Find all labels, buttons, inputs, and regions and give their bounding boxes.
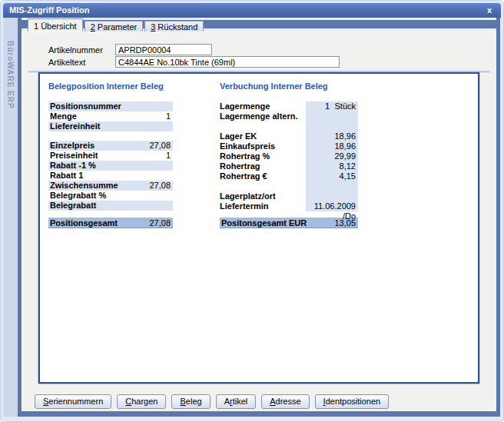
row-value [171,191,173,201]
artikelnummer-label: Artikelnummer [48,45,115,55]
artikeltext-input[interactable] [115,56,340,68]
row-label: Einkaufspreis [220,141,306,151]
row-label: Positionsnummer [48,101,171,111]
brand-vertical-label: BüroWARE ERP [6,41,15,417]
tab-uebersicht[interactable]: 1 Übersicht [28,18,83,32]
table-row: Rohertrag % 29,99 [220,151,358,161]
row-value-block [306,121,358,131]
table-row: Zwischensumme 27,08 [48,181,173,191]
table-row: Menge 1 [48,111,173,121]
chargen-button[interactable]: Chargen [117,394,166,409]
row-label: Lagermenge [220,101,306,111]
total-label: Positionsgesamt [48,218,149,228]
row-value: 1 [166,111,173,121]
unit-label: Stück [332,101,358,111]
table-row: Lagermenge altern. [220,111,358,121]
section-title-verbuchung: Verbuchung Interner Beleg [220,81,358,101]
row-value [171,171,173,181]
total-value: 27,08 [149,218,173,228]
row-label: Menge [48,111,166,121]
row-value [306,181,358,191]
tab-parameter[interactable]: 2 Parameter [85,21,144,32]
row-label: Lagerplatz/ort [220,191,306,201]
row-value: 27,08 [149,181,173,191]
row-value: 11.06.2009 /Do [306,201,358,211]
verbuchung-rows: Lagermenge 1 Stück Lagermenge altern. [220,101,358,211]
row-label: Einzelpreis [48,141,149,151]
artikeltext-label: Artikeltext [48,58,115,67]
table-row: Preiseinheit 1 [48,151,173,161]
row-label: Liefereinheit [48,121,171,131]
row-value-block [306,181,358,191]
row-value-block: 11.06.2009 /Do [306,201,358,211]
table-row: Lagermenge 1 Stück [220,101,358,111]
row-gap [48,131,173,141]
row-value: 27,08 [149,141,173,151]
verbuchung-column: Verbuchung Interner Beleg Lagermenge 1 S… [220,81,358,228]
row-value: 18,96 [306,131,358,141]
identpositionen-button[interactable]: Identpositionen [315,394,390,409]
row-value [171,201,173,211]
seriennummern-button[interactable]: Seriennummern [35,394,111,409]
row-label: Rohertrag % [220,151,306,161]
title-bar: MIS-Zugriff Position x [3,3,501,18]
artikelnummer-input[interactable] [115,44,212,55]
artikel-button[interactable]: Artikel [216,394,257,409]
table-row: Belegrabatt [48,201,173,211]
table-row: Rabatt 1 [48,171,173,181]
article-form: Artikelnummer Artikeltext [22,32,496,68]
section-title-belegposition: Belegposition Interner Beleg [48,81,173,101]
tab-bar: 1 Übersicht 2 Parameter 3 Rückstand [22,18,496,32]
row-value: 29,99 [306,151,358,161]
row-value: 1 [306,101,332,111]
row-value [306,121,358,131]
row-label: Lagermenge altern. [220,111,306,121]
row-value [171,101,173,111]
table-row: Rabatt -1 % [48,161,173,171]
table-row: Lagerplatz/ort [220,191,358,201]
row-value [171,161,173,171]
table-row: Rohertrag 8,12 [220,161,358,171]
row-value: 1 [166,151,173,161]
table-row: Liefertermin 11.06.2009 /Do [220,201,358,211]
beleg-button[interactable]: Beleg [171,394,210,409]
row-value-block [306,111,358,121]
row-label: Preiseinheit [48,151,166,161]
row-value [306,111,358,121]
tab-rueckstand[interactable]: 3 Rückstand [144,21,204,32]
row-label: Belegrabatt % [48,191,171,201]
row-gap [220,211,358,218]
frame-edge-bottom [18,411,500,417]
table-row: Einzelpreis 27,08 [48,141,173,151]
table-row: Positionsnummer [48,101,173,111]
belegposition-rows-a: Positionsnummer Menge 1 Liefereinheit [48,101,173,131]
row-label: Rabatt 1 [48,171,171,181]
dialog-window: MIS-Zugriff Position x BüroWARE ERP 1 Üb… [0,0,504,422]
table-row [220,121,358,131]
row-value-block: 18,96 [306,141,358,151]
row-label [220,181,306,191]
row-label: Belegrabatt [48,201,171,211]
row-label: Rohertrag € [220,171,306,181]
row-value-block: 29,99 [306,151,358,161]
row-label: Lager EK [220,131,306,141]
table-row: Liefereinheit [48,121,173,131]
row-value-block: 8,12 [306,161,358,171]
brand-rail: BüroWARE ERP [3,18,18,417]
row-value-block: 18,96 [306,131,358,141]
window-title: MIS-Zugriff Position [9,5,89,15]
row-value: 8,12 [306,161,358,171]
row-gap [48,211,173,218]
row-label [220,121,306,131]
detail-panel: Belegposition Interner Beleg Positionsnu… [38,72,479,384]
row-label: Zwischensumme [48,181,149,191]
close-icon[interactable]: x [483,4,496,16]
belegposition-column: Belegposition Interner Beleg Positionsnu… [48,81,173,228]
row-value: 4,15 [306,171,358,181]
row-value-block: 1 Stück [306,101,358,111]
client-area: BüroWARE ERP 1 Übersicht 2 Parameter 3 R… [3,18,500,417]
positonsgesamt-eur-total-row: Positonsgesamt EUR 13,05 [220,218,358,228]
row-label: Rabatt -1 % [48,161,171,171]
adresse-button[interactable]: Adresse [261,394,309,409]
frame-edge-right [496,18,500,417]
